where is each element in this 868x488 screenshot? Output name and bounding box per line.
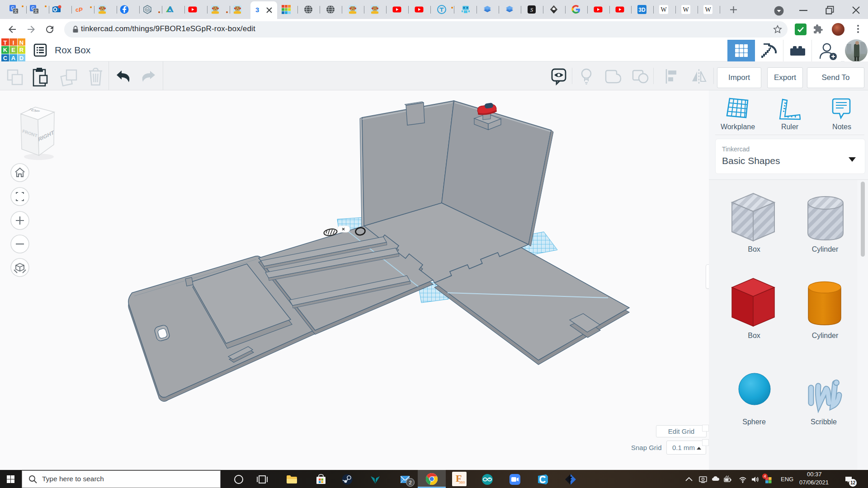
svg-text:文: 文 xyxy=(14,9,18,14)
svg-text:W: W xyxy=(705,6,711,13)
svg-text:M: M xyxy=(146,8,149,11)
svg-text:S: S xyxy=(530,7,533,13)
svg-text:cP: cP xyxy=(75,6,83,13)
svg-text:W: W xyxy=(683,6,689,13)
svg-text:文: 文 xyxy=(34,9,38,14)
svg-text:3D: 3D xyxy=(638,7,646,13)
svg-text:W: W xyxy=(660,6,667,13)
